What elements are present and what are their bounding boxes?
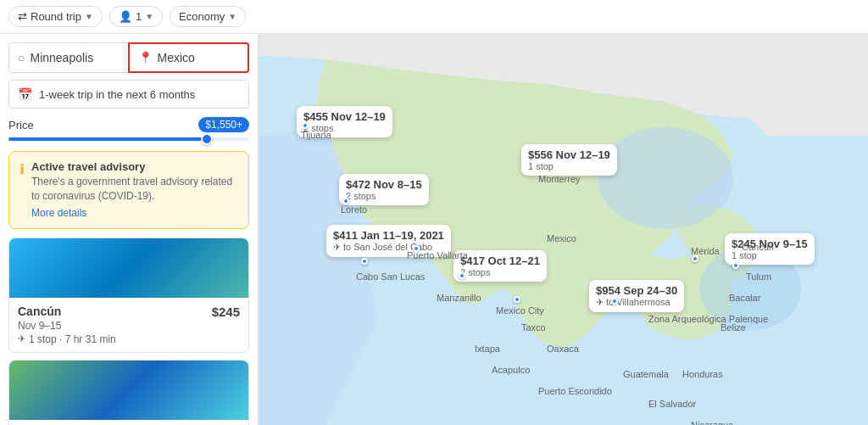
callout-stops: 1 stop	[732, 250, 808, 260]
callout-price: $954 Sep 24–30	[596, 284, 677, 297]
map-dot	[611, 298, 618, 305]
callout-price: $245 Nov 9–15	[732, 238, 808, 250]
advisory-title: Active travel advisory	[31, 160, 238, 173]
map-dot	[692, 255, 698, 262]
callout-price: $472 Nov 8–15	[346, 178, 422, 191]
flight-destination: Cancún	[18, 305, 212, 318]
city-label: Tulum	[746, 271, 771, 282]
price-label: Price	[8, 119, 34, 131]
callout-dest: ✈ to Villahermosa	[596, 297, 677, 308]
flight-card-image	[9, 361, 248, 420]
map-callout[interactable]: $472 Nov 8–15 2 stops	[339, 174, 429, 205]
passengers-chevron: ▼	[145, 12, 153, 21]
flight-price: $245	[212, 305, 240, 319]
flight-card-body: Playa del Carmen Nov 9–15 ✈ 1 stop · 7 h…	[9, 420, 248, 425]
date-range-field[interactable]: 📅 1-week trip in the next 6 months	[8, 80, 249, 109]
callout-stops: 2 stops	[346, 191, 422, 201]
left-panel: ○ Minneapolis 📍 Mexico 📅 1-week trip in …	[0, 34, 259, 425]
date-range-text: 1-week trip in the next 6 months	[39, 88, 195, 101]
calendar-icon: 📅	[18, 87, 32, 101]
flight-card-body: Cancún Nov 9–15 ✈ 1 stop · 7 hr 31 min $…	[9, 298, 248, 352]
map-callouts-container: $455 Nov 12–19 2 stops $472 Nov 8–15 2 s…	[259, 64, 868, 425]
location-search-row: ○ Minneapolis 📍 Mexico	[8, 42, 249, 73]
advisory-content: Active travel advisory There's a governm…	[31, 160, 238, 220]
callout-price: $455 Nov 12–19	[303, 110, 386, 123]
round-trip-icon: ⇄	[18, 10, 27, 23]
travel-advisory: ℹ Active travel advisory There's a gover…	[8, 151, 249, 229]
callout-stops: 1 stop	[528, 161, 610, 171]
map-callout[interactable]: $411 Jan 11–19, 2021 ✈ to San José del C…	[326, 225, 451, 257]
city-label: Puerto Escondido	[538, 386, 612, 396]
callout-stops: 2 stops	[303, 123, 386, 133]
cabin-button[interactable]: Economy ▼	[170, 6, 246, 27]
city-label: Mexico	[547, 233, 576, 243]
map-dot	[459, 272, 465, 279]
callout-price: $417 Oct 12–21	[460, 254, 540, 267]
flight-card-info: Cancún Nov 9–15 ✈ 1 stop · 7 hr 31 min	[18, 305, 212, 345]
stop-icon: ✈	[18, 333, 25, 344]
flight-price-section: $245	[212, 305, 240, 345]
city-label: El Salvador	[648, 399, 696, 409]
city-label: Mexico City	[496, 305, 544, 316]
advisory-link[interactable]: More details	[31, 207, 86, 219]
destination-text: Mexico	[158, 51, 195, 64]
map-dot	[413, 245, 420, 252]
flight-stops: ✈ 1 stop · 7 hr 31 min	[18, 333, 212, 345]
map-callout[interactable]: $417 Oct 12–21 2 stops	[453, 250, 547, 282]
flight-cards-list: Cancún Nov 9–15 ✈ 1 stop · 7 hr 31 min $…	[8, 238, 249, 425]
passengers-icon: 👤	[119, 10, 132, 23]
map-dot	[342, 198, 349, 204]
passengers-button[interactable]: 👤 1 ▼	[109, 6, 163, 27]
city-label: Ixtapa	[475, 344, 500, 354]
map-callout[interactable]: $556 Nov 12–19 1 stop	[521, 144, 617, 176]
price-slider-fill	[8, 137, 213, 141]
map-area: Stops ▼ Airlines ▼ Bags ▼ Duration ▼	[259, 34, 868, 425]
city-label: Loreto	[341, 204, 367, 215]
city-label: Guatemala	[623, 369, 669, 379]
origin-field[interactable]: ○ Minneapolis	[8, 42, 128, 73]
map-callout[interactable]: $954 Sep 24–30 ✈ to Villahermosa	[589, 280, 684, 312]
city-label: Bacalar	[729, 293, 760, 303]
top-bar: ⇄ Round trip ▼ 👤 1 ▼ Economy ▼	[0, 0, 868, 34]
origin-icon: ○	[18, 51, 25, 64]
callout-stops: 2 stops	[460, 267, 540, 277]
advisory-icon: ℹ	[19, 161, 25, 220]
cabin-chevron: ▼	[228, 12, 236, 21]
city-label: Cabo San Lucas	[356, 271, 425, 282]
cabin-label: Economy	[179, 10, 225, 23]
destination-field[interactable]: 📍 Mexico	[128, 42, 250, 73]
destination-pin-icon: 📍	[138, 51, 153, 64]
passengers-label: 1	[136, 10, 142, 23]
trip-type-button[interactable]: ⇄ Round trip ▼	[8, 6, 103, 27]
trip-type-chevron: ▼	[85, 12, 93, 21]
price-slider-track[interactable]	[8, 137, 249, 141]
city-label: Acapulco	[492, 365, 530, 375]
flight-card-image	[9, 238, 248, 298]
city-label: Oaxaca	[547, 344, 579, 354]
flight-card[interactable]: Playa del Carmen Nov 9–15 ✈ 1 stop · 7 h…	[8, 360, 249, 425]
callout-price: $411 Jan 11–19, 2021	[333, 229, 444, 242]
city-label: Belize	[721, 322, 746, 333]
price-slider-thumb[interactable]	[201, 133, 213, 145]
map-dot	[361, 258, 368, 265]
origin-text: Minneapolis	[30, 51, 93, 64]
main-layout: ○ Minneapolis 📍 Mexico 📅 1-week trip in …	[0, 34, 868, 425]
price-section: Price $1,550+	[8, 117, 249, 141]
map-callout[interactable]: $245 Nov 9–15 1 stop	[725, 233, 815, 265]
flight-card[interactable]: Cancún Nov 9–15 ✈ 1 stop · 7 hr 31 min $…	[8, 238, 249, 353]
city-label: Honduras	[682, 369, 723, 379]
city-label: Zona Arqueológica Palenque	[648, 314, 768, 324]
city-label: Taxco	[521, 322, 546, 333]
flight-dates: Nov 9–15	[18, 320, 212, 332]
price-header: Price $1,550+	[8, 117, 249, 132]
map-dot	[514, 296, 520, 303]
callout-price: $556 Nov 12–19	[528, 148, 610, 161]
trip-type-label: Round trip	[31, 10, 81, 23]
price-badge: $1,550+	[198, 117, 249, 132]
map-callout[interactable]: $455 Nov 12–19 2 stops	[297, 106, 392, 137]
map-dot	[302, 122, 309, 129]
advisory-text: There's a government travel advisory rel…	[31, 175, 238, 204]
callout-dest: ✈ to San José del Cabo	[333, 242, 444, 253]
city-label: Manzanillo	[437, 293, 481, 303]
city-label: Nicaragua	[691, 420, 733, 425]
